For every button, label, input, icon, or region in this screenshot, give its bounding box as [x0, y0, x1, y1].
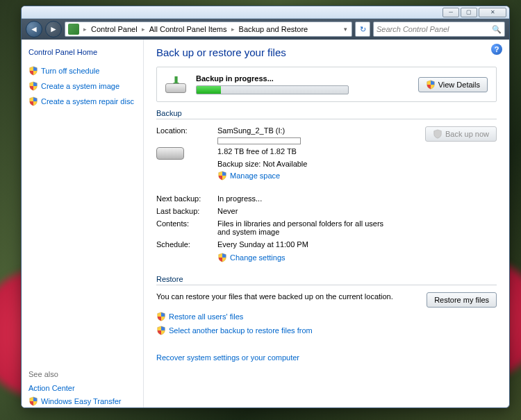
location-value: SamSung_2_TB (I:) [217, 126, 415, 135]
help-icon[interactable]: ? [491, 44, 502, 55]
view-details-label: View Details [438, 81, 480, 89]
search-icon: 🔍 [492, 25, 502, 34]
breadcrumb[interactable]: ▸ Control Panel ▸ All Control Panel Item… [65, 22, 352, 37]
back-up-now-button[interactable]: Back up now [425, 126, 497, 142]
shield-icon [28, 66, 38, 76]
last-backup-label: Last backup: [156, 207, 217, 215]
control-panel-window: ─ ▢ ✕ ◄ ► ▸ Control Panel ▸ All Control … [21, 6, 510, 408]
restore-all-users-link[interactable]: Restore all users' files [156, 312, 497, 321]
backup-section-title: Backup [156, 109, 497, 119]
drive-icon [156, 140, 184, 160]
shield-icon [426, 80, 436, 90]
breadcrumb-item[interactable]: Backup and Restore [238, 25, 310, 33]
see-also-windows-easy-transfer[interactable]: Windows Easy Transfer [28, 396, 136, 406]
page-title: Back up or restore your files [156, 47, 497, 58]
location-label: Location: [156, 126, 208, 135]
shield-icon [28, 96, 38, 106]
schedule-label: Schedule: [156, 240, 217, 249]
breadcrumb-dropdown-icon[interactable]: ▾ [340, 26, 352, 33]
refresh-button[interactable]: ↻ [355, 22, 370, 37]
manage-space-link[interactable]: Manage space [217, 171, 415, 180]
disk-space-bar [217, 137, 301, 144]
space-free-text: 1.82 TB free of 1.82 TB [217, 147, 415, 156]
chevron-right-icon: ▸ [229, 26, 238, 33]
change-settings-link[interactable]: Change settings [217, 253, 497, 262]
titlebar: ─ ▢ ✕ [22, 6, 509, 19]
recover-system-settings-link[interactable]: Recover system settings or your computer [156, 353, 299, 362]
back-up-now-label: Back up now [445, 130, 489, 138]
navigation-bar: ◄ ► ▸ Control Panel ▸ All Control Panel … [22, 19, 509, 40]
drive-backup-icon: ⬇ [165, 76, 186, 93]
see-also-label: Windows Easy Transfer [41, 397, 122, 405]
view-details-button[interactable]: View Details [418, 77, 488, 92]
restore-my-files-label: Restore my files [434, 296, 489, 304]
sidebar-link-label: Create a system image [41, 82, 119, 90]
breadcrumb-item[interactable]: All Control Panel Items [148, 25, 229, 33]
next-backup-value: In progress... [217, 194, 497, 203]
restore-all-users-label: Restore all users' files [169, 312, 243, 321]
sidebar: Control Panel Home Turn off schedule Cre… [22, 40, 144, 408]
restore-message: You can restore your files that were bac… [156, 292, 393, 301]
select-another-backup-link[interactable]: Select another backup to restore files f… [156, 326, 497, 335]
see-also-action-center[interactable]: Action Center [28, 384, 136, 392]
minimize-button[interactable]: ─ [443, 8, 459, 17]
search-placeholder: Search Control Panel [377, 25, 449, 33]
shield-icon [156, 326, 166, 335]
close-button[interactable]: ✕ [479, 8, 506, 17]
progress-label: Backup in progress... [196, 74, 408, 83]
chevron-right-icon: ▸ [81, 26, 90, 33]
search-input[interactable]: Search Control Panel 🔍 [373, 22, 505, 37]
backup-progress-box: ⬇ Backup in progress... View Details [156, 67, 497, 102]
shield-icon [433, 129, 443, 139]
back-button[interactable]: ◄ [26, 21, 42, 37]
progress-bar [196, 85, 349, 94]
next-backup-label: Next backup: [156, 194, 217, 203]
change-settings-label: Change settings [230, 253, 286, 262]
schedule-value: Every Sunday at 11:00 PM [217, 240, 497, 249]
manage-space-label: Manage space [230, 171, 280, 180]
breadcrumb-item[interactable]: Control Panel [90, 25, 139, 33]
control-panel-icon [68, 24, 79, 35]
select-another-backup-label: Select another backup to restore files f… [169, 326, 313, 335]
forward-button[interactable]: ► [45, 21, 62, 37]
shield-icon [217, 171, 227, 180]
sidebar-link-turn-off-schedule[interactable]: Turn off schedule [28, 66, 136, 76]
contents-label: Contents: [156, 219, 217, 236]
chevron-right-icon: ▸ [139, 26, 148, 33]
shield-icon [156, 312, 166, 321]
see-also-heading: See also [28, 370, 136, 378]
sidebar-link-create-system-image[interactable]: Create a system image [28, 81, 136, 91]
contents-value: Files in libraries and personal folders … [217, 219, 398, 236]
backup-size-text: Backup size: Not Available [217, 160, 415, 168]
maximize-button[interactable]: ▢ [461, 8, 477, 17]
control-panel-home-link[interactable]: Control Panel Home [28, 48, 136, 56]
restore-my-files-button[interactable]: Restore my files [427, 292, 497, 308]
last-backup-value: Never [217, 207, 497, 215]
sidebar-link-label: Turn off schedule [41, 67, 99, 75]
sidebar-link-label: Create a system repair disc [41, 97, 134, 106]
main-panel: ? Back up or restore your files ⬇ Backup… [144, 40, 509, 408]
shield-icon [28, 396, 38, 406]
shield-icon [28, 81, 38, 91]
shield-icon [217, 253, 227, 262]
content-area: Control Panel Home Turn off schedule Cre… [22, 40, 509, 408]
restore-section-title: Restore [156, 275, 497, 285]
sidebar-link-create-repair-disc[interactable]: Create a system repair disc [28, 96, 136, 106]
